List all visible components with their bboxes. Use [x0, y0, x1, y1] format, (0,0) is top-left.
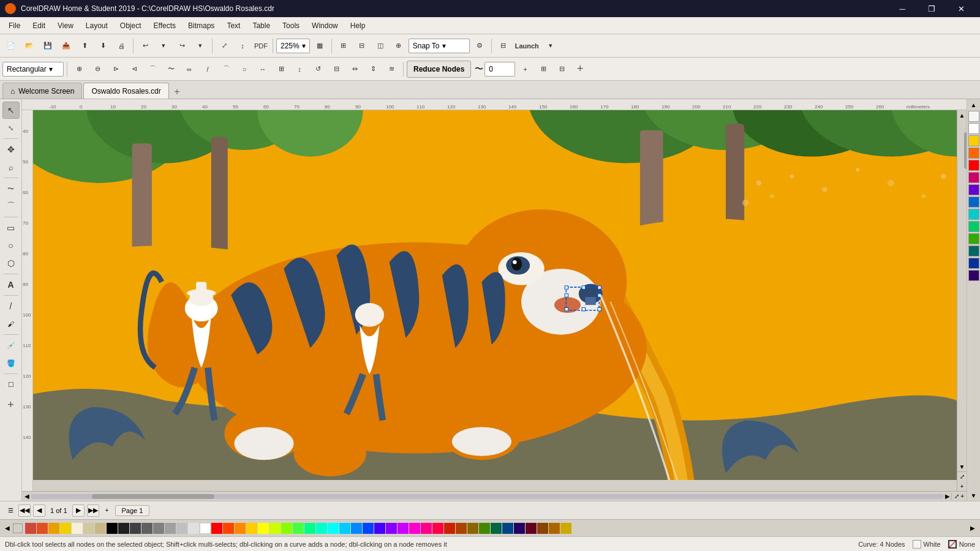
- guidelines-button[interactable]: ⊟: [353, 37, 371, 55]
- vscroll-down-button[interactable]: ▼: [957, 462, 967, 471]
- swatch-27[interactable]: [374, 523, 385, 534]
- hscroll-zoom-button[interactable]: +: [960, 493, 964, 500]
- menu-help[interactable]: Help: [344, 19, 372, 32]
- swatch-8[interactable]: [130, 523, 141, 534]
- swatch-1[interactable]: [37, 523, 48, 534]
- print-button[interactable]: 🖨: [113, 37, 130, 55]
- undo-dropdown[interactable]: ▾: [155, 37, 172, 55]
- new-button[interactable]: 📄: [2, 37, 20, 55]
- menu-effects[interactable]: Effects: [148, 19, 182, 32]
- swatch-38[interactable]: [502, 523, 513, 534]
- fill-swatch[interactable]: [913, 540, 921, 549]
- swatch-42[interactable]: [549, 523, 560, 534]
- palette-swatch-indigo[interactable]: [968, 270, 979, 281]
- zoom-plus-button[interactable]: +: [957, 481, 967, 491]
- undo-button[interactable]: ↩: [137, 37, 154, 55]
- swatch-36[interactable]: [479, 523, 490, 534]
- close-button[interactable]: ✕: [947, 0, 975, 17]
- symmetrical-btn[interactable]: ∞: [181, 60, 198, 78]
- break-curve-btn[interactable]: ⊲: [126, 60, 143, 78]
- select-all-nodes-btn[interactable]: ⊞: [535, 60, 552, 78]
- palette-swatch-navy[interactable]: [968, 258, 979, 269]
- vscroll-thumb[interactable]: [964, 132, 967, 169]
- swatch-2[interactable]: [48, 523, 59, 534]
- line-seg-btn[interactable]: /: [199, 60, 216, 78]
- settings-button[interactable]: ⚙: [471, 37, 488, 55]
- swatch-16[interactable]: [246, 523, 257, 534]
- swatch-10[interactable]: [153, 523, 164, 534]
- palette-scroll-left[interactable]: ◀: [2, 522, 12, 534]
- align-nodes-btn[interactable]: ⊟: [328, 60, 345, 78]
- palette-swatch-pink[interactable]: [968, 172, 979, 183]
- add-tool-btn[interactable]: +: [571, 60, 589, 78]
- swatch-40[interactable]: [526, 523, 537, 534]
- swatch-25[interactable]: [351, 523, 362, 534]
- page-add-icon[interactable]: +: [102, 505, 113, 516]
- deselect-all-btn[interactable]: ⊟: [553, 60, 570, 78]
- zoom-fit-button[interactable]: ⤢: [957, 471, 967, 481]
- palette-swatch-white[interactable]: [968, 123, 979, 134]
- delete-node-btn[interactable]: ⊖: [89, 60, 106, 78]
- tool-rectangle[interactable]: ▭: [2, 219, 20, 236]
- reduce-nodes-button[interactable]: Reduce Nodes: [407, 61, 471, 78]
- swatch-18[interactable]: [270, 523, 281, 534]
- snap-button[interactable]: ◫: [372, 37, 389, 55]
- tool-bezier[interactable]: ⌒: [2, 198, 20, 215]
- reflect-h-btn[interactable]: ⇔: [346, 60, 363, 78]
- tool-pointer[interactable]: ↖: [2, 102, 20, 119]
- tool-text[interactable]: A: [2, 276, 20, 293]
- palette-swatch-none[interactable]: [968, 111, 979, 122]
- palette-swatch-red[interactable]: [968, 160, 979, 171]
- palette-swatch-blue[interactable]: [968, 197, 979, 208]
- swatch-33[interactable]: [444, 523, 455, 534]
- swatch-7[interactable]: [118, 523, 129, 534]
- swatch-4[interactable]: [72, 523, 83, 534]
- export-button[interactable]: ⬇: [94, 37, 111, 55]
- minimize-button[interactable]: ─: [888, 0, 916, 17]
- smooth-node-btn[interactable]: 〜: [162, 60, 179, 78]
- swatch-39[interactable]: [514, 523, 525, 534]
- swatch-34[interactable]: [456, 523, 467, 534]
- page-prev-button[interactable]: ◀: [33, 504, 45, 517]
- palette-no-fill[interactable]: [13, 523, 23, 533]
- palette-right-scroll-up[interactable]: ▲: [968, 99, 980, 110]
- menu-tools[interactable]: Tools: [276, 19, 306, 32]
- swatch-21[interactable]: [304, 523, 315, 534]
- tool-freehand-pick[interactable]: ⤡: [2, 119, 20, 137]
- swatch-17[interactable]: [258, 523, 269, 534]
- swatch-red[interactable]: [211, 523, 222, 534]
- tool-freehand[interactable]: 〜: [2, 180, 20, 197]
- page-1-tab[interactable]: Page 1: [115, 505, 150, 516]
- stroke-swatch[interactable]: [948, 540, 957, 549]
- tool-line[interactable]: /: [2, 298, 20, 315]
- swatch-15[interactable]: [235, 523, 246, 534]
- close-curve-btn[interactable]: ○: [236, 60, 253, 78]
- elastic-mode-btn[interactable]: ≋: [383, 60, 400, 78]
- hscroll-right-button[interactable]: ▶: [945, 493, 950, 500]
- swatch-20[interactable]: [293, 523, 304, 534]
- page-next-button[interactable]: ▶: [72, 504, 85, 517]
- swatch-14[interactable]: [223, 523, 234, 534]
- reverse-curve-btn[interactable]: ↔: [254, 60, 271, 78]
- swatch-29[interactable]: [398, 523, 409, 534]
- tool-paint[interactable]: 🖌: [2, 315, 20, 332]
- palette-right-scroll-down[interactable]: ▼: [968, 490, 980, 501]
- swatch-30[interactable]: [409, 523, 420, 534]
- pdf-button[interactable]: PDF: [252, 37, 270, 55]
- menu-table[interactable]: Table: [246, 19, 276, 32]
- menu-bitmaps[interactable]: Bitmaps: [182, 19, 221, 32]
- add-node-btn[interactable]: ⊕: [70, 60, 88, 78]
- snap-icon[interactable]: ⊕: [390, 37, 407, 55]
- page-last-button[interactable]: ▶▶: [87, 504, 99, 517]
- publish-button[interactable]: 📤: [58, 37, 75, 55]
- swatch-31[interactable]: [421, 523, 432, 534]
- launch-button[interactable]: Launch: [513, 37, 541, 55]
- swatch-5[interactable]: [83, 523, 94, 534]
- swatch-11[interactable]: [165, 523, 176, 534]
- swatch-41[interactable]: [537, 523, 548, 534]
- tool-eyedropper[interactable]: 💉: [2, 337, 20, 354]
- menu-window[interactable]: Window: [306, 19, 344, 32]
- swatch-26[interactable]: [363, 523, 374, 534]
- palette-scroll-right[interactable]: ▶: [968, 522, 978, 534]
- swatch-23[interactable]: [328, 523, 339, 534]
